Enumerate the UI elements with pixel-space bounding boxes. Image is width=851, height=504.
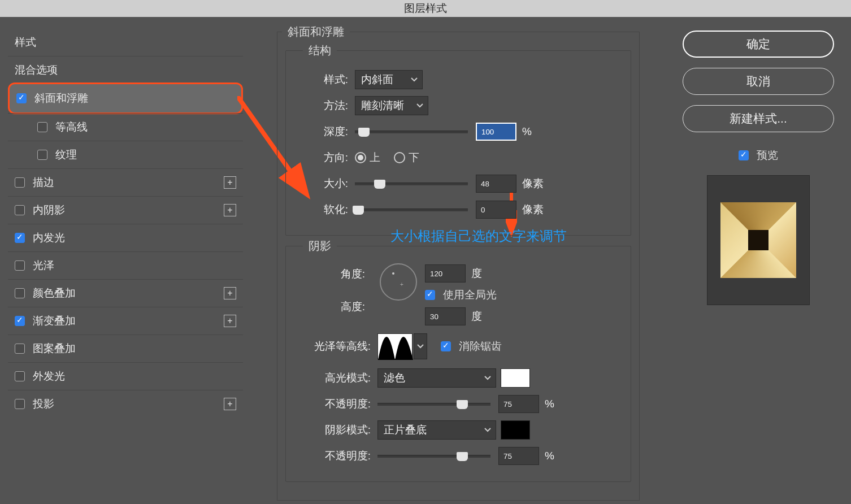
sidebar-item-texture[interactable]: 纹理 xyxy=(8,141,243,168)
antialias-label: 消除锯齿 xyxy=(459,339,502,354)
direction-down-radio[interactable] xyxy=(394,152,405,163)
sidebar-item-color-overlay[interactable]: 颜色叠加 + xyxy=(8,279,243,307)
size-slider[interactable] xyxy=(355,183,468,185)
size-unit: 像素 xyxy=(522,176,544,191)
effects-sidebar: 样式 混合选项 斜面和浮雕 等高线 纹理 描边 + 内阴影 + 内发光 xyxy=(8,28,243,504)
checkbox-icon[interactable] xyxy=(15,177,25,188)
sidebar-item-label: 颜色叠加 xyxy=(33,286,76,301)
plus-icon[interactable]: + xyxy=(224,204,236,216)
soften-label: 软化: xyxy=(297,202,348,217)
style-select[interactable]: 内斜面 xyxy=(355,70,423,89)
soften-input[interactable] xyxy=(476,201,516,219)
angle-input[interactable] xyxy=(425,264,466,283)
sidebar-item-satin[interactable]: 光泽 xyxy=(8,251,243,279)
sidebar-item-inner-glow[interactable]: 内发光 xyxy=(8,224,243,251)
sidebar-item-label: 纹理 xyxy=(55,147,77,162)
action-panel: 确定 取消 新建样式... 预览 xyxy=(674,28,843,504)
angle-dial[interactable]: + xyxy=(380,263,417,301)
checkbox-icon[interactable] xyxy=(15,371,25,381)
direction-label: 方向: xyxy=(297,150,348,165)
checkbox-icon[interactable] xyxy=(37,150,47,160)
sidebar-blending-options[interactable]: 混合选项 xyxy=(8,56,243,84)
angle-unit: 度 xyxy=(471,266,482,281)
checkbox-icon[interactable] xyxy=(15,316,25,326)
shadow-mode-select[interactable]: 正片叠底 xyxy=(377,420,496,440)
cancel-button[interactable]: 取消 xyxy=(683,68,834,95)
checkbox-icon[interactable] xyxy=(15,233,25,243)
checkbox-icon[interactable] xyxy=(16,93,27,103)
sidebar-styles-header[interactable]: 样式 xyxy=(8,28,243,56)
shadow-opacity-input[interactable] xyxy=(498,447,539,465)
checkbox-icon[interactable] xyxy=(15,260,25,271)
size-label: 大小: xyxy=(297,176,348,191)
global-light-checkbox[interactable] xyxy=(425,290,435,300)
soften-slider[interactable] xyxy=(355,208,468,211)
sidebar-item-label: 内发光 xyxy=(33,231,65,245)
sidebar-item-outer-glow[interactable]: 外发光 xyxy=(8,362,243,390)
shadow-color-swatch[interactable] xyxy=(501,420,530,440)
direction-down-label: 下 xyxy=(409,150,419,165)
checkbox-icon[interactable] xyxy=(15,288,25,298)
technique-select[interactable]: 雕刻清晰 xyxy=(355,96,428,115)
sidebar-item-label: 等高线 xyxy=(55,120,88,134)
antialias-checkbox[interactable] xyxy=(441,341,451,351)
size-input[interactable] xyxy=(476,175,516,193)
highlight-mode-label: 高光模式: xyxy=(297,371,371,385)
sidebar-item-label: 图案叠加 xyxy=(33,341,76,356)
sidebar-item-drop-shadow[interactable]: 投影 + xyxy=(8,390,243,418)
sidebar-item-label: 斜面和浮雕 xyxy=(34,91,88,106)
plus-icon[interactable]: + xyxy=(224,315,236,327)
sidebar-item-label: 描边 xyxy=(33,175,54,190)
highlight-opacity-slider[interactable] xyxy=(377,403,490,406)
settings-panel: 斜面和浮雕 结构 样式: 内斜面 方法: 雕刻清晰 xyxy=(277,28,640,504)
depth-slider[interactable] xyxy=(355,131,468,133)
sidebar-item-label: 投影 xyxy=(33,397,54,411)
shading-group-title: 阴影 xyxy=(303,238,337,254)
checkbox-icon[interactable] xyxy=(15,344,25,354)
sidebar-item-contour[interactable]: 等高线 xyxy=(8,113,243,141)
highlight-color-swatch[interactable] xyxy=(501,368,530,388)
sidebar-item-gradient-overlay[interactable]: 渐变叠加 + xyxy=(8,307,243,334)
shadow-opacity-label: 不透明度: xyxy=(297,449,371,463)
checkbox-icon[interactable] xyxy=(15,399,25,409)
annotation-text: 大小根据自己选的文字来调节 xyxy=(390,227,567,245)
depth-input[interactable] xyxy=(476,123,516,141)
plus-icon[interactable]: + xyxy=(224,287,236,299)
sidebar-item-inner-shadow[interactable]: 内阴影 + xyxy=(8,196,243,224)
contour-preview[interactable] xyxy=(377,333,413,359)
sidebar-item-label: 内阴影 xyxy=(33,203,65,218)
style-label: 样式: xyxy=(297,72,348,87)
shadow-mode-label: 阴影模式: xyxy=(297,423,371,437)
preview-checkbox[interactable] xyxy=(739,150,749,160)
soften-unit: 像素 xyxy=(522,202,544,217)
highlight-mode-select[interactable]: 滤色 xyxy=(377,368,496,388)
highlight-opacity-input[interactable] xyxy=(498,395,539,413)
checkbox-icon[interactable] xyxy=(15,205,25,215)
angle-label: 角度: xyxy=(297,267,365,281)
sidebar-item-bevel-emboss[interactable]: 斜面和浮雕 xyxy=(8,82,243,114)
chevron-down-icon xyxy=(484,428,491,432)
direction-up-label: 上 xyxy=(370,150,380,165)
altitude-input[interactable] xyxy=(425,307,466,325)
shadow-opacity-unit: % xyxy=(545,450,554,462)
sidebar-item-pattern-overlay[interactable]: 图案叠加 xyxy=(8,334,243,362)
sidebar-item-stroke[interactable]: 描边 + xyxy=(8,168,243,196)
preview-label: 预览 xyxy=(757,148,778,163)
new-style-button[interactable]: 新建样式... xyxy=(683,105,834,132)
sidebar-item-label: 外发光 xyxy=(33,369,65,384)
chevron-down-icon xyxy=(416,103,423,108)
ok-button[interactable]: 确定 xyxy=(683,31,834,58)
highlight-opacity-label: 不透明度: xyxy=(297,397,371,411)
checkbox-icon[interactable] xyxy=(37,122,47,132)
plus-icon[interactable]: + xyxy=(224,398,236,410)
panel-title: 斜面和浮雕 xyxy=(282,24,350,40)
plus-icon[interactable]: + xyxy=(224,176,236,189)
depth-label: 深度: xyxy=(297,124,348,139)
direction-up-radio[interactable] xyxy=(355,152,366,163)
contour-dropdown[interactable] xyxy=(414,333,427,359)
preview-thumbnail xyxy=(707,175,810,305)
structure-group-title: 结构 xyxy=(303,43,337,58)
depth-unit: % xyxy=(522,125,532,138)
shadow-opacity-slider[interactable] xyxy=(377,455,490,458)
altitude-label: 高度: xyxy=(297,299,365,314)
